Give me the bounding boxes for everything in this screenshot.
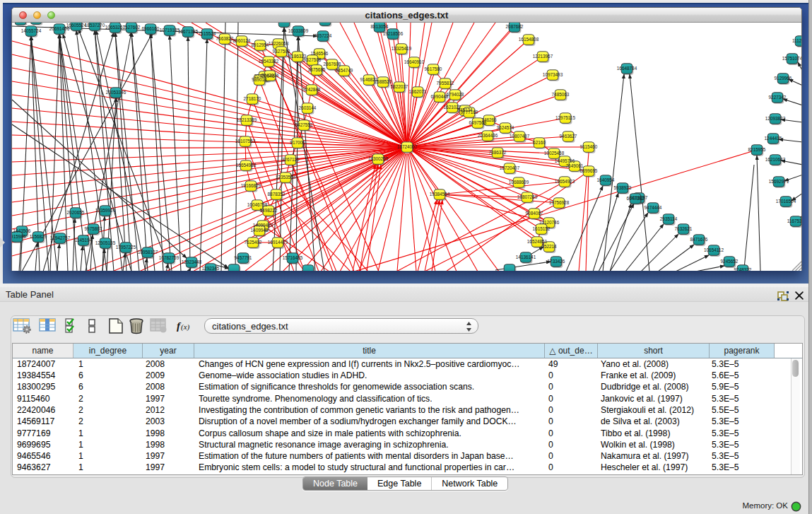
- svg-text:1167534: 1167534: [787, 218, 801, 223]
- svg-text:16648784: 16648784: [617, 66, 637, 71]
- svg-text:15751074: 15751074: [782, 56, 801, 61]
- svg-text:3624574: 3624574: [497, 125, 514, 130]
- svg-text:1615152: 1615152: [533, 226, 551, 231]
- svg-text:12093822: 12093822: [765, 116, 786, 121]
- svg-text:15716485: 15716485: [283, 255, 303, 260]
- svg-text:5938923: 5938923: [614, 185, 632, 190]
- svg-text:12213967: 12213967: [533, 54, 553, 59]
- svg-text:2603144: 2603144: [299, 105, 317, 110]
- svg-text:10973493: 10973493: [543, 72, 563, 77]
- svg-text:6966160: 6966160: [142, 26, 160, 31]
- svg-text:9975867: 9975867: [85, 226, 102, 231]
- svg-text:9777169: 9777169: [461, 110, 478, 115]
- svg-text:1588520: 1588520: [375, 79, 392, 84]
- svg-text:10688609: 10688609: [509, 180, 529, 185]
- svg-text:1733426: 1733426: [548, 259, 565, 264]
- svg-text:1292345: 1292345: [202, 266, 220, 271]
- svg-text:1362071: 1362071: [409, 89, 427, 94]
- svg-text:16914479: 16914479: [268, 240, 288, 245]
- svg-text:1112345: 1112345: [792, 38, 801, 43]
- svg-text:18807249: 18807249: [517, 194, 538, 199]
- svg-text:9115460: 9115460: [580, 144, 598, 149]
- svg-text:17016504: 17016504: [776, 199, 796, 204]
- svg-text:1546546: 1546546: [311, 51, 329, 56]
- svg-text:16605524: 16605524: [66, 23, 87, 28]
- svg-text:9474444: 9474444: [645, 205, 662, 210]
- svg-text:2935114: 2935114: [660, 216, 678, 221]
- svg-text:14099489: 14099489: [253, 223, 273, 228]
- svg-text:16782759: 16782759: [159, 255, 180, 260]
- svg-text:9463627: 9463627: [560, 134, 577, 139]
- svg-text:12975115: 12975115: [555, 115, 575, 120]
- svg-text:16671385: 16671385: [178, 29, 199, 34]
- svg-text:16154808: 16154808: [519, 37, 539, 42]
- svg-text:12505135: 12505135: [95, 240, 116, 245]
- svg-text:16210643: 16210643: [765, 157, 786, 162]
- svg-text:7485063: 7485063: [552, 92, 570, 97]
- svg-text:12942757: 12942757: [50, 235, 71, 240]
- svg-text:9327503: 9327503: [273, 49, 290, 54]
- svg-text:5322037: 5322037: [391, 84, 408, 89]
- svg-text:19654923: 19654923: [555, 179, 575, 184]
- svg-text:16046798: 16046798: [247, 202, 268, 207]
- svg-text:10719185: 10719185: [160, 28, 180, 33]
- svg-text:18300295: 18300295: [368, 156, 389, 161]
- svg-text:3875685: 3875685: [308, 67, 326, 72]
- svg-text:12213389: 12213389: [237, 117, 257, 122]
- svg-text:8912954: 8912954: [252, 42, 269, 47]
- svg-text:1443506: 1443506: [13, 228, 31, 233]
- svg-text:16033809: 16033809: [288, 28, 309, 33]
- svg-text:5498222: 5498222: [260, 208, 278, 213]
- svg-text:252214: 252214: [541, 244, 557, 249]
- svg-text:8454749: 8454749: [336, 68, 353, 73]
- svg-text:2087682: 2087682: [506, 24, 524, 29]
- svg-text:10654112: 10654112: [704, 247, 724, 252]
- svg-text:8427552: 8427552: [295, 122, 313, 127]
- svg-text:7386372: 7386372: [489, 150, 507, 155]
- svg-text:3915986: 3915986: [12, 234, 26, 239]
- svg-text:10958107: 10958107: [138, 250, 158, 255]
- svg-text:14495796: 14495796: [555, 158, 575, 163]
- svg-text:13325419: 13325419: [392, 46, 412, 51]
- svg-text:1640954: 1640954: [597, 177, 615, 182]
- svg-text:1527602: 1527602: [123, 25, 141, 30]
- svg-text:2020655: 2020655: [67, 210, 85, 215]
- svg-text:8813054: 8813054: [371, 24, 389, 29]
- svg-text:7632621: 7632621: [675, 226, 693, 231]
- svg-text:12923448: 12923448: [182, 259, 202, 264]
- svg-text:19384554: 19384554: [430, 192, 450, 197]
- svg-text:10120746: 10120746: [539, 220, 560, 225]
- svg-text:1156829: 1156829: [30, 234, 47, 239]
- svg-text:9129966: 9129966: [775, 76, 792, 81]
- svg-text:16654988: 16654988: [236, 163, 257, 168]
- svg-text:10807487: 10807487: [510, 134, 530, 139]
- svg-text:18724007: 18724007: [397, 144, 418, 149]
- svg-text:8878352: 8878352: [268, 192, 286, 197]
- svg-text:989014: 989014: [252, 77, 267, 82]
- svg-text:6899695: 6899695: [580, 168, 598, 173]
- svg-text:14055724: 14055724: [21, 28, 42, 33]
- svg-text:6794028: 6794028: [447, 92, 464, 97]
- svg-text:2867608: 2867608: [324, 62, 341, 66]
- svg-text:17957225: 17957225: [116, 245, 136, 250]
- svg-text:7663822: 7663822: [216, 36, 234, 41]
- svg-text:2718170: 2718170: [244, 96, 261, 101]
- svg-text:7515524: 7515524: [199, 31, 216, 36]
- svg-text:9084067: 9084067: [526, 211, 543, 216]
- svg-text:9457791: 9457791: [235, 255, 252, 260]
- svg-text:(x): (x): [181, 322, 190, 332]
- svg-text:1409949: 1409949: [251, 228, 269, 233]
- svg-text:16640910: 16640910: [404, 59, 425, 64]
- svg-text:8471676: 8471676: [690, 237, 708, 242]
- svg-text:16107553: 16107553: [235, 139, 256, 144]
- svg-text:15692971: 15692971: [769, 179, 789, 184]
- svg-text:13226058: 13226058: [269, 41, 289, 46]
- svg-text:14136141: 14136141: [516, 255, 536, 259]
- svg-text:9748322: 9748322: [734, 267, 752, 271]
- svg-text:19756928: 19756928: [549, 200, 570, 205]
- svg-text:18537270: 18537270: [85, 23, 105, 28]
- svg-text:9327508: 9327508: [304, 57, 322, 62]
- svg-text:16524851: 16524851: [527, 239, 548, 244]
- svg-text:8215955: 8215955: [748, 147, 766, 152]
- svg-text:917006: 917006: [290, 140, 305, 145]
